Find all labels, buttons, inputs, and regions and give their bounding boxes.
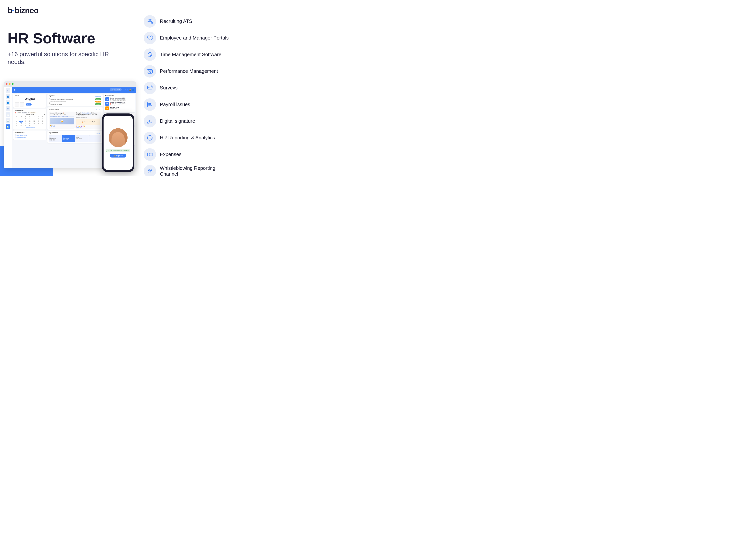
event-details-3: Summer party 6:30 PM · Office n... (110, 106, 119, 109)
whistleblowing-icon-circle (144, 165, 156, 176)
request-absence-button[interactable]: + Request absence (15, 127, 45, 128)
next-month-button[interactable]: › (44, 114, 45, 115)
feature-surveys: Surveys (144, 82, 234, 94)
event-details-2: Soccer tournament 2022 📅 12 Jul - 20 Aug… (110, 102, 126, 105)
sidebar-home-icon: ⌂ (6, 88, 10, 93)
bulletin-item-2: Today is Mariana López birthday. Congrat… (76, 112, 101, 129)
task-checkbox-1[interactable] (49, 98, 50, 100)
bulletin-see-more-1[interactable]: 4 See more (50, 126, 74, 127)
bulletin-item-2-title: Today is Mariana López birthday. Congrat… (76, 112, 100, 115)
task-row-1: Request new employee access card ✓ Done (49, 98, 101, 100)
calendar-status: Available (22, 112, 28, 114)
task-text-1: Request new employee access card (51, 98, 73, 100)
bulletin-title: Bulletin board (49, 109, 59, 110)
capture-button[interactable]: 📷 Capture (110, 154, 127, 158)
leave-time: 14d 35h (17, 112, 21, 114)
schedule-title: My schedule (49, 132, 58, 133)
logo: b bizneo (8, 6, 39, 15)
whistleblowing-label: Whistleblowing Reporting Channel (160, 165, 234, 176)
calendar-leave: 📅 14d 35h Available 3d Pending (15, 112, 45, 114)
svg-point-8 (151, 87, 151, 88)
event-time-3: 6:30 PM · Office n... (110, 108, 119, 109)
left-panel: Timer 00:14:12 Break time Start (13, 94, 46, 167)
timer-icon-box (15, 102, 19, 106)
feature-recruiting-ats: Recruiting ATS (144, 15, 234, 28)
performance-icon-circle (144, 65, 156, 78)
payroll-icon-circle (144, 98, 156, 111)
go-to-tasks-link[interactable]: Go to tasks (95, 96, 101, 97)
schedule-festive-name: Lord Epiphany (76, 138, 88, 139)
favorites-title: Favorite links (15, 132, 45, 133)
schedule-day-label-2: 30 Tue (63, 135, 74, 136)
expenses-icon (147, 151, 153, 158)
fav-item-covid[interactable]: COVID protocol (15, 134, 45, 136)
phone-screen: ✓ You have signed in correctly 📷 Capture (103, 116, 133, 170)
sidebar-clock-icon: 🕐 (6, 118, 10, 123)
phone-time: 9:49 (105, 117, 107, 118)
fav-item-incident[interactable]: Incident tickets (15, 136, 45, 139)
my-logs-link[interactable]: My logs › (97, 133, 101, 134)
hr-reporting-icon-circle (144, 132, 156, 144)
analytics-icon (147, 135, 153, 141)
events-title: Next events (105, 95, 133, 97)
fav-incident-label: Incident tickets (17, 137, 26, 138)
recruiting-ats-icon-circle (144, 15, 156, 28)
sidebar-grid-icon: ⊞ (6, 106, 10, 111)
feature-digital-signature: Digital signature (144, 115, 234, 127)
event-name-1: Soccer tournament 2022 (110, 97, 126, 99)
bulletin-item-1: Afterwork thursdays 🍻 Prescott MacCaffer… (49, 112, 75, 129)
digital-signature-icon-circle (144, 115, 156, 127)
pending-days: 3d (28, 112, 30, 114)
surveys-icon-circle (144, 82, 156, 94)
signature-icon (147, 118, 153, 124)
calendar-icon: 📅 (15, 112, 16, 114)
feature-employee-portals: Employee and Manager Portals (144, 32, 234, 44)
features-list: Recruiting ATS Employee and Manager Port… (144, 15, 234, 176)
task-checkbox-2[interactable] (49, 101, 50, 102)
day-sun: S (15, 116, 19, 118)
search-bar[interactable]: 🔍 Search (109, 88, 122, 91)
month-label: August 2023 (26, 114, 34, 115)
hero-content: HR Software +16 powerful solutions for s… (8, 30, 117, 74)
prev-month-button[interactable]: ‹ (15, 114, 15, 115)
bulletin-see-all-link[interactable]: See all ‹ › (96, 109, 101, 111)
whistleblowing-icon (147, 168, 153, 174)
task-text-2: request-company-mobile (51, 101, 66, 102)
performance-label: Performance Management (160, 68, 218, 74)
event-loc-1: 📍 Polideportivo de San Chinarrro (110, 100, 126, 101)
svg-rect-4 (147, 70, 152, 73)
clock-icon (147, 51, 153, 58)
timer-start-button[interactable]: Start (26, 103, 32, 105)
timer-title: Timer (15, 95, 45, 97)
svg-point-1 (150, 19, 152, 21)
calendar-title: My calendar (15, 110, 45, 112)
phone-signal: ●●● WiFi 🔋 (124, 117, 131, 118)
check-text: You have signed in correctly (110, 150, 129, 151)
time-management-icon-circle (144, 48, 156, 61)
sidebar-dash-icon: 📊 (6, 124, 10, 129)
performance-icon (147, 68, 153, 75)
feature-payroll: Payroll issues (144, 98, 234, 111)
schedule-time-1b: 12:45 - 14:30 (49, 140, 61, 141)
event-day-3: 21 (105, 106, 109, 110)
digital-signature-label: Digital signature (160, 118, 195, 124)
bulletin-see-more-2[interactable]: 4 See more (76, 127, 100, 128)
day-sat: S (41, 116, 45, 118)
bulletin-item-1-image: 🍻 (50, 118, 74, 124)
close-button (6, 83, 8, 85)
fav-covid-label: COVID protocol (17, 135, 27, 136)
task-checkbox-3[interactable] (49, 103, 50, 105)
detection-corner-tl (109, 128, 112, 131)
dashboard-sidebar: ⌂ 👤 👥 ⊞ 📄 🕐 📊 (4, 87, 12, 168)
logo-text: bizneo (14, 6, 39, 15)
schedule-day-label-1: 29 Mon (49, 135, 61, 136)
task-row-3: Request computer ✓ Done (49, 103, 101, 105)
schedule-day-sub-2: JUN (63, 137, 74, 138)
events-card: Next events 12 Soccer tournament 2022 📅 … (104, 94, 135, 112)
phone-mockup: 9:49 ●●● WiFi 🔋 ✓ You have signed in cor… (102, 114, 134, 172)
svg-point-5 (148, 71, 150, 72)
calendar-pending: Pending (30, 112, 36, 114)
timer-time: 00:14:12 (15, 97, 45, 100)
sidebar-user-icon: 👤 (6, 94, 10, 99)
bulletin-item-1-detail: Every thursday, 18:30 | Office 1st floor (50, 116, 74, 117)
